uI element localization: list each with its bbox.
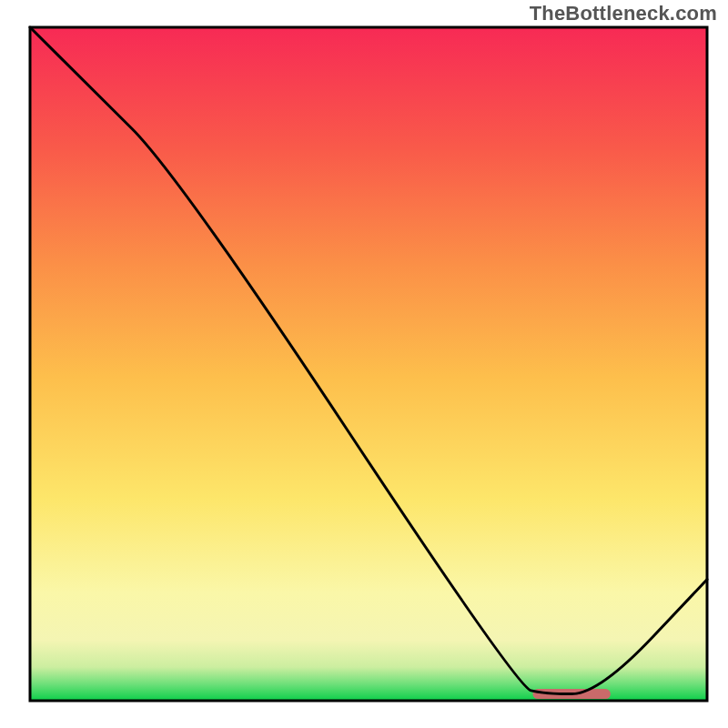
chart-container: TheBottleneck.com <box>0 0 728 728</box>
bottleneck-chart <box>0 0 728 728</box>
watermark-text: TheBottleneck.com <box>530 2 717 25</box>
